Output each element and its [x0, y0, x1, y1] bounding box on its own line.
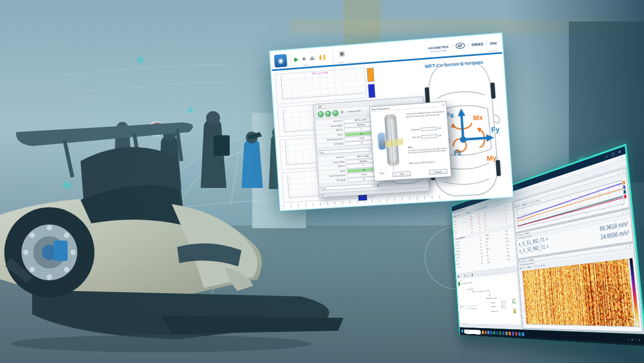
generate-checkbox[interactable]: Generate WFT [346, 110, 361, 113]
browser-icon[interactable] [485, 331, 487, 335]
flow-input-box[interactable] [460, 306, 465, 309]
table-cell [472, 243, 480, 245]
x-tick-label: 6 [591, 323, 592, 326]
database-icon[interactable] [514, 309, 516, 313]
table-cell [473, 253, 481, 255]
flow-label: Start [460, 280, 462, 282]
famos-left-pane: a_X_S1FloatNo02:11,52 sa_X_S2FloatNo63,2… [452, 201, 522, 330]
note-text: The offset x is the axial distance of th… [408, 147, 448, 155]
x-tick-label: 14 [621, 204, 624, 207]
drive-icon[interactable] [522, 332, 524, 336]
pause-button[interactable]: ❚❚ [318, 54, 326, 60]
rear-axle-input[interactable] [421, 134, 438, 139]
famos-tab[interactable]: Panel [471, 273, 477, 277]
flow-input-box[interactable] [467, 306, 477, 309]
composite-scene: ◉ ▶ ■ ⏏ ❚❚ Control ▣ Layout AXIOMETRIXSO… [0, 0, 644, 363]
note-heading: Note [408, 146, 412, 149]
dataflow-panel: Start Load data MD analysis (level cross… [457, 272, 521, 325]
ap-logo: AP [455, 42, 465, 49]
calibrate-button[interactable] [333, 110, 338, 115]
wft-software-window: ◉ ▶ ■ ⏏ ❚❚ Control ▣ Layout AXIOMETRIXSO… [269, 33, 513, 210]
wft-app-icon[interactable]: ◉ [274, 54, 288, 68]
spectrogram-plot-area[interactable]: 0123456789 [519, 258, 640, 328]
dialog-intro-text: To mount the combination wheel correctly… [406, 111, 445, 119]
table-cell [473, 260, 481, 261]
eject-button[interactable]: ⏏ [309, 55, 315, 61]
fz-label: Fz [453, 148, 462, 157]
panel-controls[interactable]: ▢ ✕ [622, 210, 629, 214]
param-input[interactable]: 50 [501, 305, 506, 308]
front-axle-field-row: Front axle mm [407, 126, 446, 133]
cursor-marker[interactable] [358, 195, 367, 201]
x-tick-label: 6 [557, 219, 558, 222]
system-tray[interactable]: ∧ ⊟ ♪ ▭ [628, 338, 641, 342]
flow-label: MD analysis (level crossing) [486, 297, 507, 300]
mini-chart[interactable]: WFT_Cx Fx [kN] [275, 67, 367, 105]
x-tick-label: 8 [618, 324, 619, 326]
store-icon[interactable] [490, 331, 492, 335]
connect-button[interactable] [318, 111, 323, 117]
panel-controls[interactable]: ▢ ✕ [625, 244, 632, 248]
folder-icon[interactable] [482, 331, 484, 334]
x-tick-label: 0 [518, 228, 519, 230]
media-icon[interactable] [508, 332, 511, 336]
combo-value[interactable]: auto [320, 184, 373, 191]
teams-icon[interactable] [511, 332, 514, 336]
layout-button[interactable]: ▣ [339, 50, 345, 57]
flow-label: Save result → DB [491, 310, 497, 312]
cancel-button[interactable]: Cancel [429, 169, 448, 175]
taskbar-search[interactable]: Search [464, 329, 481, 335]
table-cell [473, 250, 481, 251]
flow-label: Load data [467, 288, 471, 290]
param-input[interactable]: 10 [501, 301, 506, 304]
windows-start-icon[interactable] [462, 330, 464, 333]
gear-icon[interactable]: ⚙ [340, 110, 344, 114]
dialog-footer-text: WFT-Cx (2) mm | WFT-Cx (25) mm [409, 160, 449, 165]
stop-button[interactable]: ■ [302, 55, 306, 61]
settings-icon[interactable] [505, 331, 508, 335]
famos-tab[interactable]: Sequence [464, 273, 471, 277]
small-print: imc-tm.com [487, 50, 497, 53]
x-tick-label: 0 [528, 322, 528, 324]
capture-icon[interactable] [515, 332, 517, 336]
play-button[interactable]: ▶ [294, 56, 299, 62]
famos-tab[interactable]: Data flow [457, 274, 463, 278]
imc-logo: imc [490, 40, 497, 46]
result-grid-icon[interactable] [513, 299, 516, 304]
zero-button[interactable] [326, 111, 331, 116]
combo-value[interactable]: auto [318, 147, 371, 154]
front-axle-input[interactable] [421, 127, 437, 131]
studio-icon[interactable] [496, 331, 498, 335]
channel-swatch[interactable] [368, 84, 376, 98]
axiometrix-logo: AXIOMETRIXSOLUTIONS [428, 41, 449, 54]
axial-displacement-dialog: Axial Displacement ✕ Wheel To mount the … [369, 101, 451, 182]
combo-number-button[interactable]: No. [375, 183, 382, 187]
x-tick-label: 5 [580, 323, 580, 325]
x-tick-label: 7 [604, 323, 605, 326]
docs-icon[interactable] [518, 332, 521, 336]
ok-button[interactable]: OK [392, 171, 411, 177]
spectrogram-window: 🗔Colour map — imc FAMOS▢ ✕ File Edit Con… [518, 243, 642, 332]
x-tick-label: 2 [530, 225, 531, 228]
close-icon[interactable]: ✕ [442, 103, 445, 106]
mail-icon[interactable] [487, 331, 489, 335]
x-tick-label: 12 [603, 208, 605, 212]
taskbar-icons [482, 331, 524, 337]
axis-tick-swatch [623, 185, 626, 190]
excel-icon[interactable] [499, 331, 501, 335]
famos-icon[interactable] [493, 331, 495, 335]
toolbar-group-label: Control [302, 64, 309, 67]
gras-logo: GRAS [471, 41, 484, 47]
word-icon[interactable] [502, 331, 505, 335]
spectrogram-canvas[interactable] [522, 258, 635, 328]
x-tick-label: 3 [557, 323, 558, 325]
x-tick-label: 8 [570, 216, 572, 219]
x-tick-label: 10 [586, 212, 588, 215]
channel-swatch[interactable] [367, 68, 375, 82]
x-tick-label: 1 [537, 322, 537, 324]
flow-param-label: Min. level dB [491, 306, 496, 308]
x-tick-label: 4 [543, 222, 544, 225]
mx-label: Mx [473, 113, 483, 122]
table-cell [473, 257, 481, 258]
axis-tick-swatch [623, 180, 625, 185]
